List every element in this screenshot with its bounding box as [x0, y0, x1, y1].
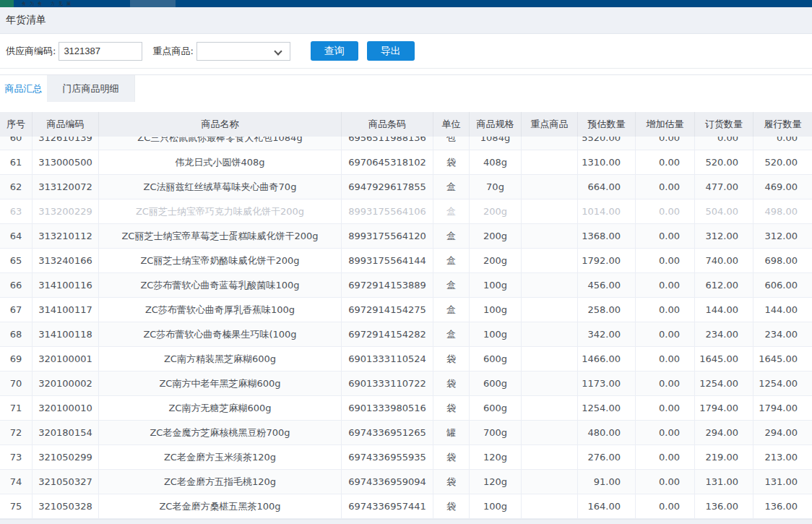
- cell-barcode: 6956511988136: [342, 137, 433, 150]
- supplier-code-input[interactable]: [59, 42, 142, 61]
- tab-store-product-detail-label: 门店商品明细: [63, 82, 119, 95]
- cell-fulfill: 498.00: [753, 199, 812, 223]
- table-header-row: 序号 商品编码 商品名称 商品条码 单位 商品规格 重点商品 预估数量 增加估量…: [0, 112, 812, 137]
- table-row: 61 313000500 伟龙日式小圆饼408g 6970645318102 袋…: [0, 150, 812, 175]
- cell-est: 664.00: [578, 175, 636, 199]
- query-button[interactable]: 查询: [311, 41, 358, 61]
- cell-name: ZC老金磨方玉米须茶120g: [99, 445, 342, 469]
- table-row: 66 314100116 ZC莎布蕾软心曲奇蓝莓乳酸菌味100g 6972914…: [0, 273, 812, 298]
- cell-add: 0.00: [636, 224, 695, 248]
- cell-seq: 65: [0, 249, 33, 272]
- table-row: 64 313210112 ZC丽芝士纳宝帝草莓芝士蛋糕味威化饼干200g 899…: [0, 224, 812, 249]
- cell-fulfill: 1254.00: [753, 371, 812, 395]
- top-navbar: 食为食 力见展: [0, 0, 812, 7]
- cell-unit: 盒: [433, 322, 470, 346]
- col-header-fulfill: 履行数量: [753, 112, 812, 137]
- cell-code: 321050299: [33, 445, 99, 469]
- cell-est: 164.00: [578, 494, 636, 518]
- cell-unit: 盒: [433, 175, 470, 199]
- cell-add: 0.00: [636, 249, 695, 272]
- col-header-add: 增加估量: [636, 112, 695, 137]
- cell-key: [522, 249, 578, 272]
- cell-seq: 67: [0, 298, 33, 322]
- cell-order: 234.00: [695, 322, 753, 346]
- cell-key: [522, 396, 578, 420]
- col-header-spec: 商品规格: [470, 112, 522, 137]
- cell-seq: 60: [0, 137, 33, 150]
- tab-strip: 商品汇总 门店商品明细: [0, 74, 812, 102]
- cell-add: 0.00: [636, 445, 695, 469]
- cell-order: 294.00: [695, 421, 753, 444]
- cell-seq: 62: [0, 175, 33, 199]
- cell-code: 313000500: [33, 150, 99, 174]
- table-row: 73 321050299 ZC老金磨方玉米须茶120g 697433695593…: [0, 445, 812, 470]
- cell-est: 342.00: [578, 322, 636, 346]
- cell-spec: 1084g: [470, 137, 522, 150]
- app-logo: [0, 0, 14, 7]
- cell-unit: 盒: [433, 199, 470, 223]
- tab-store-product-detail[interactable]: 门店商品明细: [47, 75, 135, 102]
- cell-est: 91.00: [578, 470, 636, 494]
- cell-spec: 100g: [470, 298, 522, 322]
- cell-name: ZC老金磨方桑椹五黑茶100g: [99, 494, 342, 518]
- spacer: [0, 102, 812, 112]
- cell-barcode: 6970645318102: [342, 150, 433, 174]
- table-row: 67 314100117 ZC莎布蕾软心曲奇厚乳香蕉味100g 69729141…: [0, 298, 812, 322]
- export-button[interactable]: 导出: [367, 41, 415, 61]
- cell-fulfill: 131.00: [753, 470, 812, 494]
- cell-unit: 袋: [433, 347, 470, 371]
- cell-key: [522, 175, 578, 199]
- cell-barcode: 6901333110524: [342, 347, 433, 371]
- cell-key: [522, 273, 578, 297]
- cell-est: 1792.00: [578, 249, 636, 272]
- cell-spec: 200g: [470, 249, 522, 272]
- cell-name: ZC南方无糖芝麻糊600g: [99, 396, 342, 420]
- cell-order: 136.00: [695, 494, 753, 518]
- cell-order: 219.00: [695, 445, 753, 469]
- cell-unit: 袋: [433, 150, 470, 174]
- cell-fulfill: 1645.00: [753, 347, 812, 371]
- cell-unit: 袋: [433, 445, 470, 469]
- cell-unit: 罐: [433, 421, 470, 444]
- cell-order: 131.00: [695, 470, 753, 494]
- cell-name: ZC南方中老年黑芝麻糊600g: [99, 371, 342, 395]
- nav-active-menu-tab[interactable]: [130, 0, 176, 7]
- cell-order: 312.00: [695, 224, 753, 248]
- cell-spec: 600g: [470, 371, 522, 395]
- cell-order: 1794.00: [695, 396, 753, 420]
- bottom-scroll-strip: [0, 519, 812, 524]
- cell-barcode: 8993175564144: [342, 249, 433, 272]
- tab-product-summary-label: 商品汇总: [5, 82, 43, 95]
- cell-code: 320100010: [33, 396, 99, 420]
- cell-spec: 100g: [470, 494, 522, 518]
- tab-product-summary[interactable]: 商品汇总: [0, 75, 47, 102]
- cell-spec: 408g: [470, 150, 522, 174]
- supplier-code-label: 供应商编码:: [6, 45, 56, 58]
- cell-est: 480.00: [578, 421, 636, 444]
- cell-est: 1014.00: [578, 199, 636, 223]
- cell-barcode: 8993175564120: [342, 224, 433, 248]
- key-product-select[interactable]: [196, 42, 290, 61]
- cell-spec: 600g: [470, 396, 522, 420]
- cell-est: 1173.00: [578, 371, 636, 395]
- cell-key: [522, 470, 578, 494]
- cell-add: 0.00: [636, 150, 695, 174]
- table-row: 70 320100002 ZC南方中老年黑芝麻糊600g 69013331107…: [0, 371, 812, 396]
- cell-add: 0.00: [636, 175, 695, 199]
- col-header-key: 重点商品: [522, 112, 578, 137]
- cell-order: 477.00: [695, 175, 753, 199]
- cell-fulfill: 520.00: [753, 150, 812, 174]
- cell-key: [522, 137, 578, 150]
- cell-key: [522, 199, 578, 223]
- cell-fulfill: 312.00: [753, 224, 812, 248]
- cell-unit: 盒: [433, 224, 470, 248]
- col-header-barcode: 商品条码: [342, 112, 433, 137]
- cell-code: 321050327: [33, 470, 99, 494]
- page-title: 年货清单: [6, 14, 46, 27]
- cell-barcode: 6974336955935: [342, 445, 433, 469]
- table-row: 72 320180154 ZC老金魔方芝麻核桃黑豆粉700g 697433695…: [0, 421, 812, 445]
- cell-spec: 200g: [470, 199, 522, 223]
- cell-code: 320100002: [33, 371, 99, 395]
- cell-name: ZC莎布蕾软心曲奇榛果生巧味(100g: [99, 322, 342, 346]
- cell-key: [522, 421, 578, 444]
